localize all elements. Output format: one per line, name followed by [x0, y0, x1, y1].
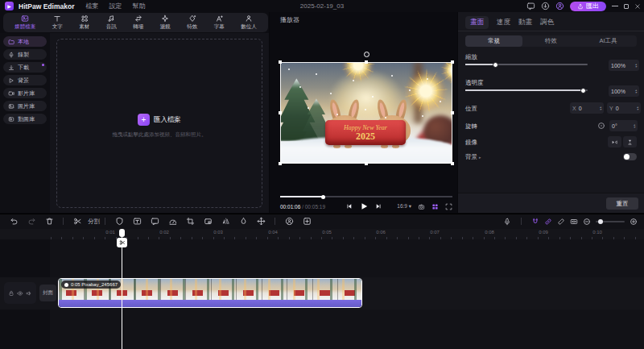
track-visibility-icon[interactable]: [17, 290, 23, 297]
rotate-value-box[interactable]: 0° ▴▾: [609, 120, 638, 131]
flip-horizontal-button[interactable]: [608, 136, 621, 147]
freeze-frame-icon[interactable]: [280, 217, 298, 226]
ribbon-item-subtitles[interactable]: 字幕: [214, 15, 225, 31]
minimize-button[interactable]: [612, 6, 618, 6]
handle-top-center[interactable]: [365, 60, 368, 64]
sidebar-item-download[interactable]: 下載: [3, 62, 47, 73]
menu-settings[interactable]: 設定: [109, 2, 122, 10]
delete-icon[interactable]: [40, 217, 58, 226]
mirror-icon[interactable]: [217, 217, 234, 226]
zoom-out-icon[interactable]: [583, 218, 591, 226]
split-button[interactable]: 分割: [68, 217, 100, 226]
ribbon-item-elements[interactable]: 素材: [79, 15, 89, 31]
add-marker-icon[interactable]: [298, 217, 316, 226]
speed-icon[interactable]: [163, 217, 181, 226]
ribbon-item-media[interactable]: 媒體檔案: [14, 15, 35, 31]
ribbon-item-effects[interactable]: 特效: [187, 15, 197, 31]
sticker-icon[interactable]: [146, 217, 163, 226]
account-avatar-icon[interactable]: [555, 2, 564, 10]
import-drop-zone[interactable]: + 匯入檔案 拖曳或點擊此處添加視頻、音頻和照片。: [56, 39, 262, 208]
crop-icon[interactable]: [181, 217, 199, 226]
handle-bottom-left[interactable]: [279, 162, 282, 165]
position-x-stepper[interactable]: ▴▾: [600, 106, 601, 111]
import-file-button[interactable]: 匯入檔案: [154, 115, 181, 125]
menu-file[interactable]: 檔案: [85, 2, 98, 10]
sidebar-item-background[interactable]: 背景: [3, 75, 47, 85]
background-toggle[interactable]: [623, 153, 637, 160]
track-lock-icon[interactable]: [8, 290, 14, 297]
scale-slider[interactable]: [465, 64, 588, 65]
rotate-stepper[interactable]: ▴▾: [634, 123, 635, 129]
position-x-box[interactable]: X 0 ▴▾: [570, 102, 604, 114]
timeline-zoom-slider[interactable]: [596, 221, 625, 222]
mask-icon[interactable]: [110, 217, 128, 226]
chroma-key-icon[interactable]: [234, 217, 252, 226]
next-frame-button[interactable]: [375, 203, 382, 210]
zoom-in-icon[interactable]: [630, 218, 638, 226]
snap-magnet-icon[interactable]: [531, 218, 539, 226]
opacity-value-box[interactable]: 100% ▴▾: [609, 85, 639, 97]
handle-mid-left[interactable]: [279, 111, 282, 114]
ribbon-item-filters[interactable]: 濾鏡: [160, 15, 171, 31]
ribbon-item-text[interactable]: 文字: [52, 15, 63, 31]
text-tool-icon[interactable]: [128, 217, 146, 226]
close-button[interactable]: [634, 3, 641, 10]
position-y-box[interactable]: Y 0 ▴▾: [607, 102, 641, 114]
aspect-ratio-select[interactable]: 16:9 ▾: [397, 203, 411, 210]
opacity-stepper[interactable]: ▴▾: [635, 89, 637, 94]
subtab-general[interactable]: 常規: [465, 35, 522, 47]
transform-icon[interactable]: [252, 217, 270, 226]
sidebar-item-gif-library[interactable]: 動圖庫: [3, 114, 47, 124]
cover-button[interactable]: 封面: [39, 285, 56, 301]
tab-color[interactable]: 調色: [540, 18, 554, 27]
link-clips-icon[interactable]: [544, 218, 552, 226]
handle-bottom-right[interactable]: [451, 162, 454, 165]
ribbon-item-audio[interactable]: 音訊: [106, 15, 117, 31]
handle-mid-right[interactable]: [451, 111, 454, 114]
track-mute-icon[interactable]: [26, 290, 32, 297]
position-y-stepper[interactable]: ▴▾: [637, 106, 638, 111]
video-clip[interactable]: 0:05 Pixabay_245667: [58, 278, 362, 308]
timeline-zoom-knob[interactable]: [598, 219, 603, 224]
fit-timeline-icon[interactable]: [570, 218, 578, 226]
play-button[interactable]: [360, 202, 368, 210]
opacity-slider[interactable]: [465, 89, 588, 91]
rotate-handle[interactable]: [364, 52, 369, 57]
voiceover-mic-icon[interactable]: [503, 218, 511, 226]
tab-animation[interactable]: 動畫: [518, 18, 532, 27]
tab-picture[interactable]: 畫面: [465, 16, 489, 29]
undo-icon[interactable]: [5, 217, 23, 226]
export-button[interactable]: 匯出: [570, 2, 606, 11]
rotate-dial-icon[interactable]: [597, 122, 605, 130]
previous-frame-button[interactable]: [346, 203, 353, 210]
unlink-icon[interactable]: [557, 218, 565, 226]
playhead-split-icon[interactable]: [117, 238, 127, 247]
timeline-ruler[interactable]: 0:01 0:02 0:03 0:04 0:05 0:06 0:07 0:08 …: [0, 229, 644, 239]
reset-button[interactable]: 重置: [606, 197, 638, 210]
ribbon-item-transitions[interactable]: 轉場: [133, 15, 143, 31]
pip-icon[interactable]: [199, 217, 217, 226]
sidebar-item-image-library[interactable]: 圖片庫: [3, 101, 47, 111]
subtab-ai-tools[interactable]: AI工具: [580, 35, 637, 47]
background-expand-icon[interactable]: ▸: [479, 155, 481, 160]
menu-help[interactable]: 幫助: [132, 2, 145, 10]
grid-view-icon[interactable]: [431, 203, 439, 210]
scale-stepper[interactable]: ▴▾: [635, 63, 637, 69]
sidebar-item-record[interactable]: 錄製: [3, 49, 47, 60]
sidebar-item-local[interactable]: 本地: [3, 36, 47, 47]
feedback-icon[interactable]: [526, 2, 535, 10]
seek-knob[interactable]: [321, 195, 325, 199]
ribbon-item-avatar[interactable]: 數位人: [241, 15, 257, 31]
scale-value-box[interactable]: 100% ▴▾: [609, 60, 639, 71]
subtab-effects[interactable]: 特效: [522, 35, 580, 47]
handle-top-left[interactable]: [279, 60, 282, 64]
redo-icon[interactable]: [23, 217, 40, 226]
flip-vertical-button[interactable]: [623, 136, 637, 147]
handle-top-right[interactable]: [451, 60, 454, 64]
tab-speed[interactable]: 速度: [497, 18, 510, 27]
seek-bar[interactable]: [280, 196, 452, 197]
snapshot-icon[interactable]: [418, 203, 425, 210]
download-update-icon[interactable]: [541, 2, 550, 10]
maximize-button[interactable]: [624, 4, 629, 9]
handle-bottom-center[interactable]: [365, 162, 368, 165]
